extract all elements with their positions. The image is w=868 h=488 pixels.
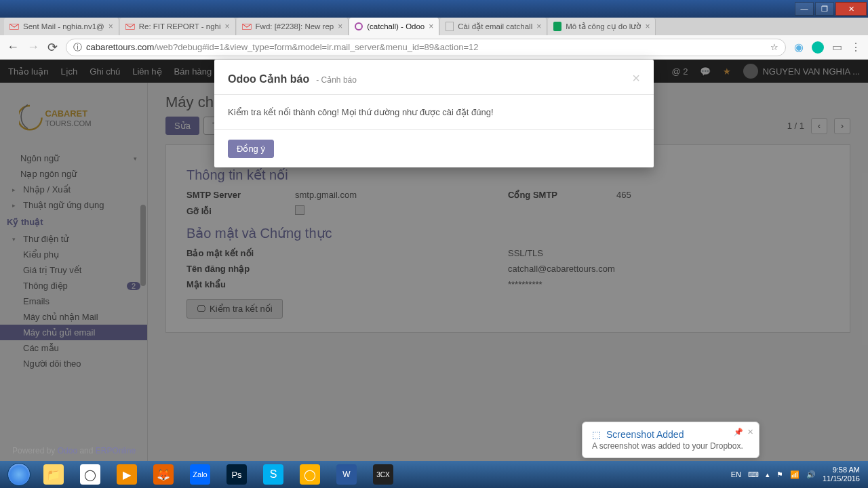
start-button[interactable] bbox=[3, 463, 35, 486]
toast-title: Screenshot Added bbox=[606, 429, 684, 440]
and-label: and bbox=[77, 446, 96, 455]
dropbox-icon: ⬚ bbox=[592, 429, 601, 440]
tray-lang[interactable]: EN bbox=[731, 470, 741, 479]
modal-subtitle: - Cảnh báo bbox=[316, 75, 357, 85]
tab-close-icon[interactable]: × bbox=[536, 22, 541, 31]
url-path: /web?debug#id=1&view_type=form&model=ir.… bbox=[154, 42, 478, 52]
tab-title: Sent Mail - nghia.nv1@ bbox=[23, 22, 104, 30]
modal-ok-button[interactable]: Đồng ý bbox=[228, 140, 274, 158]
tray-keyboard-icon[interactable]: ⌨ bbox=[748, 470, 759, 479]
gmail-icon bbox=[9, 23, 19, 30]
sheets-icon bbox=[553, 22, 561, 31]
tab-odoo[interactable]: (catchall) - Odoo × bbox=[349, 18, 439, 35]
window-controls: — ❐ ✕ bbox=[0, 0, 868, 18]
warning-modal: Odoo Cảnh báo - Cảnh báo × Kiểm tra kết … bbox=[214, 60, 654, 167]
tab-catchall-doc[interactable]: Cài đặt email catchall × bbox=[440, 18, 547, 35]
tab-title: Cài đặt email catchall bbox=[458, 22, 532, 31]
tray-flag-icon[interactable]: ⚑ bbox=[776, 470, 783, 479]
close-button[interactable]: ✕ bbox=[835, 2, 867, 16]
minimize-button[interactable]: — bbox=[795, 2, 814, 16]
taskbar-explorer[interactable]: 📁 bbox=[36, 463, 71, 486]
taskbar-zalo[interactable]: Zalo bbox=[182, 463, 218, 486]
browser-tabs: Sent Mail - nghia.nv1@ × Re: FIT REPORT … bbox=[0, 18, 868, 35]
gmail-icon bbox=[242, 23, 252, 30]
tab-title: Re: FIT REPORT - nghi bbox=[139, 22, 221, 30]
back-button[interactable]: ← bbox=[7, 40, 19, 54]
url-input[interactable]: ⓘ cabarettours.com/web?debug#id=1&view_t… bbox=[66, 39, 786, 56]
taskbar-media[interactable]: ▶ bbox=[109, 463, 144, 486]
toast-close-icon[interactable]: ✕ bbox=[747, 428, 753, 436]
tab-close-icon[interactable]: × bbox=[225, 22, 230, 31]
site-info-icon[interactable]: ⓘ bbox=[73, 41, 82, 54]
taskbar-photoshop[interactable]: Ps bbox=[219, 463, 254, 486]
tab-title: Mô tả công cụ đo lườ bbox=[566, 22, 641, 31]
tab-gmail-fit[interactable]: Re: FIT REPORT - nghi × bbox=[120, 18, 236, 35]
tab-close-icon[interactable]: × bbox=[338, 22, 342, 31]
extension-icon[interactable]: ▭ bbox=[832, 41, 842, 54]
forward-button[interactable]: → bbox=[27, 40, 39, 54]
taskbar: 📁 ◯ ▶ 🦊 Zalo Ps S ◯ W 3CX EN ⌨ ▴ ⚑ 📶 🔊 9… bbox=[0, 461, 868, 488]
taskbar-skype[interactable]: S bbox=[256, 463, 291, 486]
tab-title: Fwd: [#2238]: New rep bbox=[256, 22, 334, 30]
tray-date: 11/15/2016 bbox=[823, 474, 860, 483]
page-icon bbox=[446, 22, 454, 31]
reload-button[interactable]: ⟳ bbox=[47, 40, 58, 55]
dropbox-toast: 📌 ✕ ⬚ Screenshot Added A screenshot was … bbox=[582, 422, 760, 458]
tab-gmail-fwd[interactable]: Fwd: [#2238]: New rep × bbox=[237, 18, 349, 35]
toast-pin-icon[interactable]: 📌 bbox=[734, 428, 743, 436]
tab-gmail-sent[interactable]: Sent Mail - nghia.nv1@ × bbox=[4, 18, 119, 35]
tray-network-icon[interactable]: 📶 bbox=[790, 470, 800, 479]
taskbar-word[interactable]: W bbox=[329, 463, 364, 486]
powered-label: Powered by bbox=[12, 446, 58, 455]
address-bar: ← → ⟳ ⓘ cabarettours.com/web?debug#id=1&… bbox=[0, 35, 868, 60]
taskbar-chrome[interactable]: ◯ bbox=[73, 463, 108, 486]
odoo-link[interactable]: Odoo bbox=[58, 446, 77, 455]
chrome-menu-icon[interactable]: ⋮ bbox=[850, 41, 861, 54]
tray-clock[interactable]: 9:58 AM 11/15/2016 bbox=[823, 466, 860, 483]
modal-overlay[interactable]: Odoo Cảnh báo - Cảnh báo × Kiểm tra kết … bbox=[0, 60, 868, 461]
tab-close-icon[interactable]: × bbox=[645, 22, 650, 31]
taskbar-app[interactable]: ◯ bbox=[292, 463, 328, 486]
toast-body: A screenshot was added to your Dropbox. bbox=[592, 441, 749, 451]
erponline-link[interactable]: ERPOnline bbox=[96, 446, 136, 455]
tray-time: 9:58 AM bbox=[823, 466, 860, 474]
tab-title: (catchall) - Odoo bbox=[367, 22, 425, 30]
extension-icon[interactable]: ◉ bbox=[794, 41, 804, 54]
tray-volume-icon[interactable]: 🔊 bbox=[806, 470, 816, 479]
extension-icon[interactable] bbox=[812, 41, 824, 54]
powered-by: Powered by Odoo and ERPOnline bbox=[5, 442, 142, 460]
url-host: cabarettours.com bbox=[86, 42, 154, 52]
bookmark-star-icon[interactable]: ☆ bbox=[770, 42, 778, 52]
taskbar-firefox[interactable]: 🦊 bbox=[146, 463, 181, 486]
maximize-button[interactable]: ❐ bbox=[815, 2, 834, 16]
modal-title: Odoo Cảnh báo bbox=[228, 73, 309, 85]
gmail-icon bbox=[125, 23, 135, 30]
tray-show-hidden-icon[interactable]: ▴ bbox=[766, 470, 770, 479]
taskbar-3cx[interactable]: 3CX bbox=[366, 463, 401, 486]
tab-close-icon[interactable]: × bbox=[429, 22, 433, 31]
modal-close-icon[interactable]: × bbox=[632, 70, 640, 86]
odoo-icon bbox=[355, 22, 363, 30]
tab-close-icon[interactable]: × bbox=[108, 22, 113, 31]
tab-sheets[interactable]: Mô tả công cụ đo lườ × bbox=[548, 18, 656, 35]
system-tray: EN ⌨ ▴ ⚑ 📶 🔊 9:58 AM 11/15/2016 bbox=[731, 466, 865, 483]
modal-body: Kiểm tra kết nối thành công! Mọi thứ dườ… bbox=[214, 95, 654, 130]
